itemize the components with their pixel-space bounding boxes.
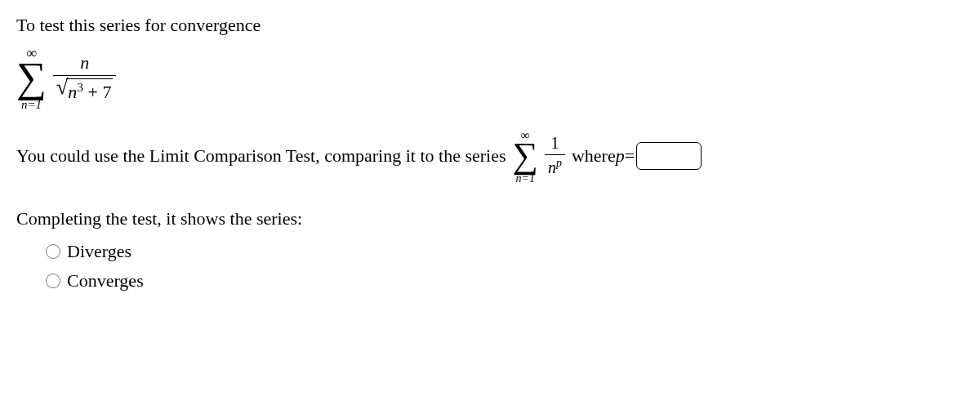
sigma-symbol: ∞ ∑ n=1 xyxy=(16,56,47,99)
denominator: √ n3 + 7 xyxy=(53,75,116,103)
square-root: √ n3 + 7 xyxy=(56,78,113,103)
numerator-2: 1 xyxy=(547,134,562,154)
p-variable: p xyxy=(616,145,625,167)
label-converges[interactable]: Converges xyxy=(67,270,144,292)
option-converges: Converges xyxy=(46,270,964,292)
sigma-symbol-2: ∞ ∑ n=1 xyxy=(513,138,538,174)
label-diverges[interactable]: Diverges xyxy=(67,241,131,262)
completing-text: Completing the test, it shows the series… xyxy=(16,208,964,229)
p-series-formula: ∞ ∑ n=1 1 np xyxy=(513,134,565,177)
comparison-text: You could use the Limit Comparison Test,… xyxy=(16,145,506,167)
comparison-line: You could use the Limit Comparison Test,… xyxy=(16,134,964,177)
where-text: where xyxy=(572,145,616,167)
denominator-2: np xyxy=(545,154,565,177)
p-value-input[interactable] xyxy=(636,142,702,170)
sigma-upper-limit-2: ∞ xyxy=(521,128,530,143)
sigma-lower-limit: n=1 xyxy=(21,98,42,112)
numerator: n xyxy=(77,52,92,75)
sigma-lower-limit-2: n=1 xyxy=(516,172,535,185)
intro-text: To test this series for convergence xyxy=(16,15,964,36)
fraction-2: 1 np xyxy=(545,134,565,177)
radio-converges[interactable] xyxy=(46,274,60,288)
equals-sign: = xyxy=(625,145,635,167)
sigma-upper-limit: ∞ xyxy=(26,45,37,62)
series-formula: ∞ ∑ n=1 n √ n3 + 7 xyxy=(16,52,964,103)
answer-options: Diverges Converges xyxy=(46,241,964,292)
option-diverges: Diverges xyxy=(46,241,964,262)
radio-diverges[interactable] xyxy=(46,244,60,259)
fraction: n √ n3 + 7 xyxy=(53,52,116,103)
